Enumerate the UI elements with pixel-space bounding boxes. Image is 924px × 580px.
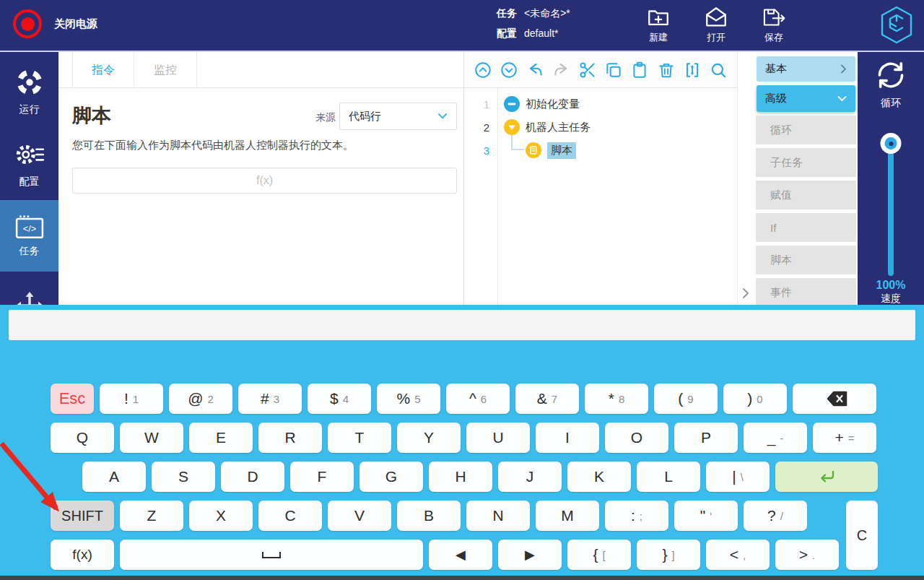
- key-7[interactable]: &7: [515, 384, 579, 414]
- key-less-comma[interactable]: <,: [706, 540, 770, 570]
- cut-icon[interactable]: [578, 61, 597, 79]
- key-main-label: |: [732, 468, 736, 485]
- key-quote-apostrophe[interactable]: "': [674, 501, 738, 531]
- key-5[interactable]: %5: [377, 384, 440, 414]
- tree-row-script[interactable]: 3 脚本: [464, 139, 737, 162]
- key-c-side[interactable]: C: [846, 501, 878, 570]
- tab-instruction[interactable]: 指令: [72, 52, 134, 87]
- key-shift[interactable]: SHIFT: [51, 501, 114, 531]
- sidebar-item-run[interactable]: 运行: [0, 59, 58, 124]
- tree-row-main-task[interactable]: 2 机器人主任务: [464, 116, 737, 139]
- search-icon[interactable]: [709, 61, 728, 79]
- command-item-script[interactable]: 脚本: [756, 246, 856, 274]
- key-colon-semicolon[interactable]: :;: [605, 501, 668, 531]
- save-icon: [762, 5, 786, 30]
- insert-icon[interactable]: [683, 61, 702, 79]
- key-a[interactable]: A: [82, 462, 146, 492]
- panel-splitter[interactable]: [737, 52, 754, 305]
- key-o[interactable]: O: [605, 423, 668, 453]
- key-underscore-hyphen[interactable]: _-: [744, 423, 807, 453]
- keyboard-row-3: ASDFGHJKL|\: [82, 462, 878, 492]
- key-u[interactable]: U: [466, 423, 530, 453]
- key-greater-period[interactable]: >.: [775, 540, 839, 570]
- undo-icon[interactable]: [526, 61, 544, 79]
- tree-row-init-vars[interactable]: 1 初始化变量: [464, 92, 737, 116]
- key-d[interactable]: D: [221, 462, 284, 492]
- key-sub-label: 0: [757, 393, 762, 405]
- task-code-icon: </>: [15, 215, 44, 239]
- command-item-if[interactable]: If: [756, 213, 856, 242]
- open-button[interactable]: 打开: [692, 5, 741, 44]
- key-v[interactable]: V: [328, 501, 391, 531]
- key-b[interactable]: B: [397, 501, 461, 531]
- delete-icon[interactable]: [657, 61, 676, 79]
- key-1[interactable]: !1: [100, 384, 163, 414]
- key-s[interactable]: S: [152, 462, 215, 492]
- keyboard-text-input[interactable]: [9, 310, 915, 340]
- key-arrow-left[interactable]: ◀: [429, 540, 492, 570]
- key-g[interactable]: G: [359, 462, 423, 492]
- key-4[interactable]: $4: [308, 384, 371, 414]
- key-9[interactable]: (9: [654, 384, 718, 414]
- key-esc[interactable]: Esc: [51, 384, 94, 414]
- key-3[interactable]: #3: [238, 384, 302, 414]
- new-file-icon: [646, 5, 671, 30]
- loop-mode-button[interactable]: [875, 59, 907, 94]
- key-h[interactable]: H: [429, 462, 492, 492]
- key-plus-equals[interactable]: +=: [813, 423, 876, 453]
- paste-icon[interactable]: [630, 61, 649, 79]
- key-n[interactable]: N: [466, 501, 530, 531]
- key-c[interactable]: C: [258, 501, 322, 531]
- command-item-subtask[interactable]: 子任务: [756, 148, 856, 177]
- new-button[interactable]: 新建: [634, 5, 683, 44]
- key-arrow-right[interactable]: ▶: [498, 540, 562, 570]
- speed-slider-track[interactable]: [888, 137, 894, 276]
- tab-monitor[interactable]: 监控: [134, 52, 197, 87]
- key-6[interactable]: ^6: [446, 384, 510, 414]
- move-up-icon[interactable]: [474, 61, 492, 79]
- key-question-slash[interactable]: ?/: [744, 501, 807, 531]
- key-i[interactable]: I: [536, 423, 599, 453]
- key-z[interactable]: Z: [120, 501, 183, 531]
- key-pipe-backslash[interactable]: |\: [706, 462, 770, 492]
- key-2[interactable]: @2: [169, 384, 232, 414]
- key-backspace[interactable]: [793, 384, 876, 414]
- script-expression-input[interactable]: [72, 168, 457, 194]
- key-0[interactable]: )0: [723, 384, 787, 414]
- key-brace-bracket-close[interactable]: }]: [637, 540, 700, 570]
- key-w[interactable]: W: [120, 423, 183, 453]
- command-item-assign[interactable]: 赋值: [756, 181, 856, 209]
- key-space[interactable]: [120, 540, 423, 570]
- key-enter[interactable]: [775, 462, 878, 492]
- key-k[interactable]: K: [567, 462, 631, 492]
- power-button[interactable]: [13, 9, 42, 38]
- key-f[interactable]: F: [290, 462, 354, 492]
- key-fx[interactable]: f(x): [51, 540, 114, 570]
- key-r[interactable]: R: [258, 423, 322, 453]
- key-q[interactable]: Q: [51, 423, 114, 453]
- command-group-advanced[interactable]: 高级: [757, 85, 855, 112]
- key-p[interactable]: P: [674, 423, 738, 453]
- redo-icon[interactable]: [552, 61, 571, 79]
- command-item-loop[interactable]: 循环: [756, 116, 856, 144]
- key-t[interactable]: T: [328, 423, 391, 453]
- source-dropdown[interactable]: 代码行: [339, 103, 457, 130]
- command-item-event[interactable]: 事件: [756, 278, 856, 305]
- key-x[interactable]: X: [189, 501, 253, 531]
- key-sub-label: 5: [414, 393, 420, 405]
- move-down-icon[interactable]: [500, 61, 518, 79]
- sidebar-item-task[interactable]: </> 任务: [0, 200, 58, 272]
- key-j[interactable]: J: [498, 462, 562, 492]
- copy-icon[interactable]: [604, 61, 623, 79]
- sidebar-item-move[interactable]: [0, 280, 58, 305]
- key-m[interactable]: M: [536, 501, 599, 531]
- save-button[interactable]: 保存: [749, 5, 798, 44]
- key-l[interactable]: L: [637, 462, 700, 492]
- key-brace-bracket-open[interactable]: {[: [567, 540, 631, 570]
- command-group-basic[interactable]: 基本: [757, 56, 855, 82]
- sidebar-item-config[interactable]: 配置: [0, 131, 58, 196]
- speed-slider-handle[interactable]: [881, 133, 902, 154]
- key-8[interactable]: *8: [585, 384, 648, 414]
- key-e[interactable]: E: [189, 423, 253, 453]
- key-y[interactable]: Y: [397, 423, 461, 453]
